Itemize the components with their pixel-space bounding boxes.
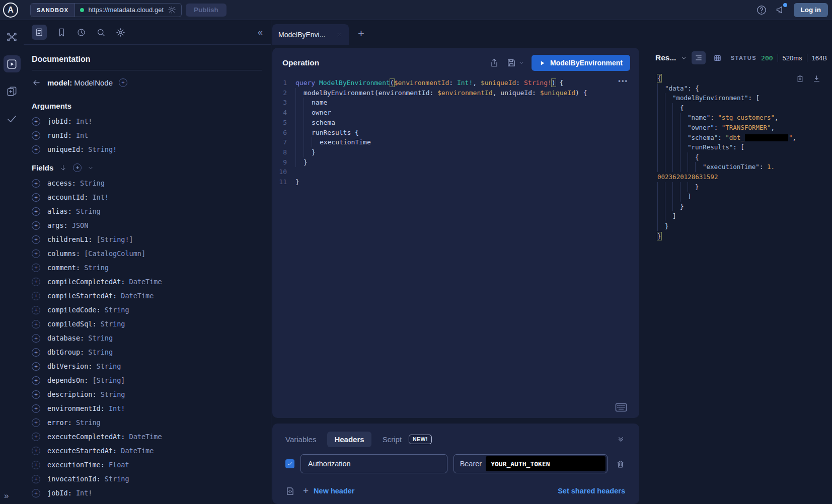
formatted-view-icon[interactable]: [692, 51, 706, 64]
expand-rail-icon[interactable]: »: [4, 491, 9, 501]
add-to-query-button[interactable]: +: [32, 278, 40, 286]
add-to-query-button[interactable]: +: [32, 320, 40, 328]
add-to-query-button[interactable]: +: [32, 447, 40, 455]
endpoint-url[interactable]: https://metadata.cloud.get: [88, 6, 164, 14]
publish-button[interactable]: Publish: [186, 4, 226, 17]
headers-footer: + New header Set shared headers: [285, 485, 625, 496]
add-to-query-button[interactable]: +: [32, 117, 40, 126]
operation-tab[interactable]: ModelByEnvi...: [272, 24, 349, 45]
collapse-bottom-panel-icon[interactable]: [617, 435, 625, 444]
add-to-query-button[interactable]: +: [32, 131, 40, 140]
tab-variables[interactable]: Variables: [285, 435, 316, 444]
field-row: +database: String: [32, 331, 262, 345]
field-row-text: access: String: [47, 179, 105, 187]
run-operation-button[interactable]: ModelByEnvironment: [532, 55, 630, 71]
apollo-logo[interactable]: A: [3, 3, 18, 18]
add-to-query-button[interactable]: +: [32, 348, 40, 357]
table-view-icon[interactable]: [710, 51, 724, 64]
header-enabled-checkbox[interactable]: [285, 459, 294, 468]
new-header-button[interactable]: + New header: [303, 485, 355, 496]
set-shared-headers-button[interactable]: Set shared headers: [558, 487, 625, 495]
code-line: 6runResults {: [272, 128, 639, 138]
add-to-query-button[interactable]: +: [32, 306, 40, 314]
add-all-fields-button[interactable]: +: [73, 163, 82, 172]
add-to-query-button[interactable]: +: [32, 221, 40, 230]
code-line: {: [657, 103, 827, 113]
breadcrumb-label: model: ModelNode: [47, 78, 113, 87]
checks-icon[interactable]: [4, 110, 21, 127]
response-title-dropdown[interactable]: Res...: [655, 53, 687, 62]
header-name-input[interactable]: [300, 454, 447, 473]
schema-graph-icon[interactable]: [4, 28, 21, 45]
field-row: +invocationId: String: [32, 472, 262, 486]
download-response-icon[interactable]: [812, 74, 821, 83]
help-icon[interactable]: [756, 5, 767, 16]
add-to-query-button[interactable]: +: [32, 145, 40, 154]
add-to-query-button[interactable]: +: [32, 193, 40, 202]
argument-row: +uniqueId: String!: [32, 142, 262, 156]
add-to-query-button[interactable]: +: [32, 418, 40, 427]
field-row: +dbtVersion: String: [32, 359, 262, 373]
tab-headers[interactable]: Headers: [327, 432, 371, 447]
add-to-query-button[interactable]: +: [32, 433, 40, 441]
operation-collections-icon[interactable]: [4, 82, 21, 100]
add-to-query-button[interactable]: +: [32, 334, 40, 343]
documentation-tab-icon[interactable]: [32, 25, 47, 40]
response-json[interactable]: {"data": {"modelByEnvironment": [{"name"…: [657, 73, 827, 241]
add-to-query-button[interactable]: +: [32, 235, 40, 244]
field-row-text: dependsOn: [String]: [47, 376, 125, 384]
field-row: +dbtGroup: String: [32, 345, 262, 359]
operation-editor[interactable]: 1query ModelByEnvironment($environmentId…: [272, 74, 639, 418]
field-row-text: dbtVersion: String: [47, 362, 121, 370]
collapse-docs-icon[interactable]: «: [258, 27, 263, 38]
operation-options-menu-icon[interactable]: •••: [618, 77, 628, 85]
field-row-text: description: String: [47, 390, 125, 398]
search-icon[interactable]: [96, 28, 106, 37]
copy-response-icon[interactable]: [796, 74, 804, 83]
script-document-icon[interactable]: [285, 486, 295, 496]
add-to-query-button[interactable]: +: [32, 461, 40, 469]
add-to-query-button[interactable]: +: [32, 179, 40, 188]
save-chevron-icon[interactable]: [518, 60, 524, 66]
add-to-query-button[interactable]: +: [32, 264, 40, 272]
login-button[interactable]: Log in: [794, 3, 828, 17]
operation-title: Operation: [282, 58, 319, 67]
history-icon[interactable]: [77, 28, 86, 37]
share-operation-icon[interactable]: [489, 58, 499, 68]
announcements-megaphone-icon[interactable]: [775, 5, 786, 15]
add-to-query-button[interactable]: +: [32, 249, 40, 258]
delete-header-trash-icon[interactable]: [616, 459, 625, 469]
endpoint-url-group[interactable]: https://metadata.cloud.get: [75, 4, 181, 17]
add-to-query-button[interactable]: +: [32, 489, 40, 497]
header-value-field[interactable]: Bearer YOUR_AUTH_TOKEN: [453, 454, 608, 473]
add-to-query-button[interactable]: +: [32, 362, 40, 371]
operation-panel: Operation ModelByEnvironm: [272, 48, 639, 418]
add-to-query-button[interactable]: +: [32, 404, 40, 413]
fields-heading: Fields +: [32, 163, 262, 172]
argument-row-text: uniqueId: String!: [47, 145, 117, 153]
save-icon[interactable]: [506, 58, 516, 68]
add-to-query-button[interactable]: +: [32, 376, 40, 385]
close-tab-icon[interactable]: [336, 32, 343, 38]
add-to-query-button[interactable]: +: [32, 475, 40, 483]
settings-gear-icon[interactable]: [116, 28, 125, 37]
sort-fields-icon[interactable]: [59, 164, 67, 172]
tab-script[interactable]: Script: [383, 435, 402, 444]
add-to-query-button[interactable]: +: [32, 390, 40, 399]
add-to-query-button[interactable]: +: [32, 292, 40, 300]
field-row: +comment: String: [32, 261, 262, 275]
back-arrow-icon[interactable]: [32, 78, 41, 88]
explorer-icon[interactable]: [4, 55, 21, 72]
field-row-text: invocationId: String: [47, 475, 129, 483]
field-row-text: compileStartedAt: DateTime: [47, 292, 154, 300]
auth-token-redacted[interactable]: YOUR_AUTH_TOKEN: [486, 456, 606, 471]
fields-options-chevron-icon[interactable]: [88, 165, 94, 171]
keyboard-shortcuts-icon[interactable]: [615, 403, 627, 412]
save-operation-group[interactable]: [506, 58, 524, 68]
endpoint-settings-gear-icon[interactable]: [168, 6, 176, 14]
field-row-text: accountId: Int!: [47, 193, 109, 201]
bookmarks-icon[interactable]: [57, 28, 66, 37]
new-tab-button[interactable]: +: [358, 27, 364, 40]
add-model-field-button[interactable]: +: [119, 78, 127, 87]
add-to-query-button[interactable]: +: [32, 207, 40, 216]
